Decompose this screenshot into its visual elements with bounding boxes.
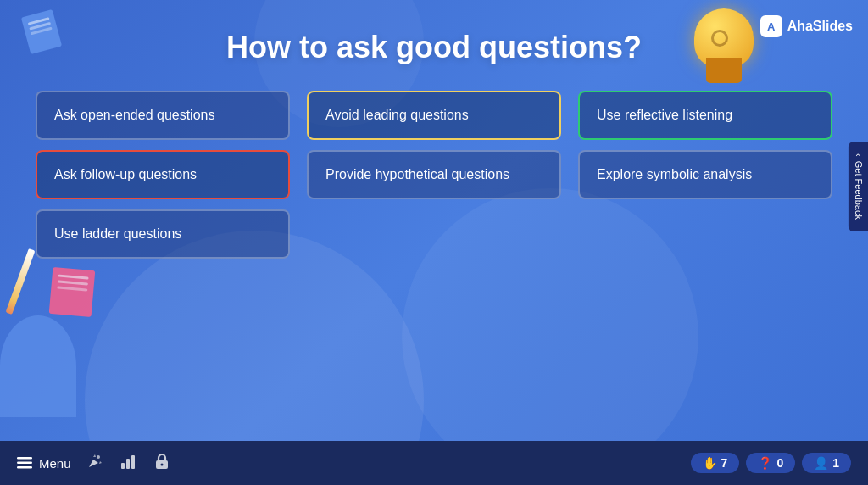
menu-icon <box>17 457 32 469</box>
option-ask-open-ended[interactable]: Ask open-ended questions <box>36 91 290 140</box>
option-ladder[interactable]: Use ladder questions <box>36 209 290 259</box>
bottom-right: ✋ 7 ❓ 0 👤 1 <box>691 453 851 473</box>
menu-button[interactable]: Menu <box>17 456 71 471</box>
users-badge[interactable]: 👤 1 <box>802 453 851 473</box>
option-ask-followup[interactable]: Ask follow-up questions <box>36 150 290 199</box>
questions-count: 0 <box>776 456 783 470</box>
svg-point-3 <box>97 455 100 459</box>
menu-label: Menu <box>39 456 71 471</box>
option-symbolic[interactable]: Explore symbolic analysis <box>578 150 832 199</box>
feedback-label: Get Feedback <box>854 161 864 220</box>
svg-rect-5 <box>126 459 130 469</box>
bottom-left: Menu <box>17 453 170 474</box>
svg-rect-1 <box>17 462 32 465</box>
questions-icon: ❓ <box>758 456 772 470</box>
svg-rect-0 <box>17 457 32 460</box>
reactions-icon: ✋ <box>703 456 717 470</box>
reactions-count: 7 <box>721 456 728 470</box>
option-use-reflective[interactable]: Use reflective listening <box>578 91 832 140</box>
svg-point-8 <box>160 463 163 465</box>
chart-icon[interactable] <box>120 453 137 474</box>
svg-rect-2 <box>17 466 32 469</box>
options-grid: Ask open-ended questions Avoid leading q… <box>0 91 868 259</box>
lock-icon[interactable] <box>154 453 170 474</box>
svg-rect-6 <box>131 455 135 469</box>
svg-rect-4 <box>121 463 125 469</box>
option-avoid-leading[interactable]: Avoid leading questions <box>307 91 561 140</box>
chevron-icon: ‹ <box>854 153 864 157</box>
bottom-icons <box>86 453 170 474</box>
reactions-badge[interactable]: ✋ 7 <box>691 453 740 473</box>
feedback-tab[interactable]: ‹ Get Feedback <box>849 142 868 231</box>
main-content: How to ask good questions? Ask open-ende… <box>0 0 868 485</box>
page-title: How to ask good questions? <box>226 30 642 65</box>
option-hypothetical[interactable]: Provide hypothetical questions <box>307 150 561 199</box>
users-icon: 👤 <box>814 456 828 470</box>
bottom-bar: Menu <box>0 441 868 485</box>
users-count: 1 <box>832 456 839 470</box>
questions-badge[interactable]: ❓ 0 <box>746 453 795 473</box>
confetti-icon[interactable] <box>86 453 103 474</box>
